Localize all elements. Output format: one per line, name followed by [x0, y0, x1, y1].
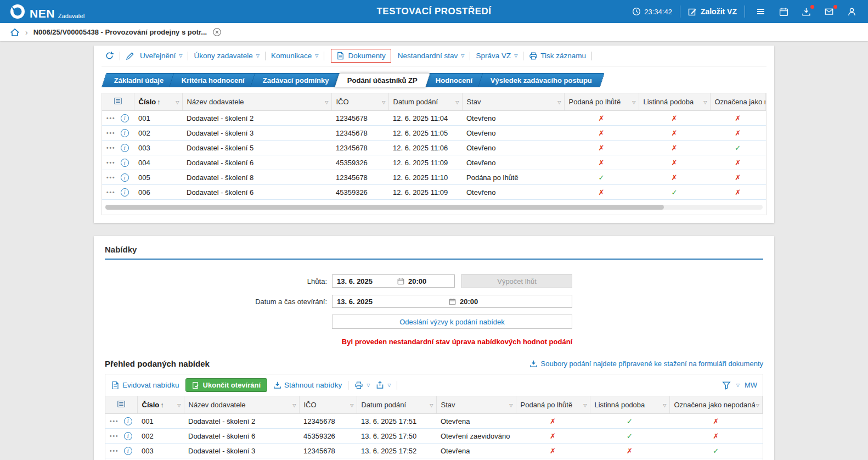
- filter-caret-icon[interactable]: ▽: [455, 99, 459, 104]
- info-icon[interactable]: i: [124, 417, 132, 425]
- view-selector[interactable]: MW: [745, 381, 757, 389]
- table-row[interactable]: •••i002Dodavatel - školení 64535932613. …: [105, 429, 763, 444]
- column-settings-header[interactable]: [102, 93, 134, 111]
- toolbar-item-nestandardni-stav[interactable]: Nestandardní stav▽: [398, 52, 465, 60]
- table-row[interactable]: •••i003Dodavatel - školení 31234567813. …: [105, 444, 763, 458]
- column-header-po-lhute[interactable]: Podaná po lhůtě▽: [564, 93, 639, 111]
- info-icon[interactable]: i: [121, 188, 129, 197]
- column-header-nazev[interactable]: Název dodavatele▽: [182, 93, 331, 111]
- toolbar-item-komunikace[interactable]: Komunikace▽: [271, 52, 318, 60]
- row-menu-icon[interactable]: •••: [110, 448, 119, 454]
- profile-button[interactable]: [844, 7, 859, 16]
- filter-caret-icon[interactable]: ▽: [177, 402, 181, 407]
- deadline-date-value[interactable]: 13. 6. 2025: [332, 277, 397, 285]
- tab-zakladni-udaje[interactable]: Základní údaje: [102, 73, 177, 87]
- breadcrumb-record[interactable]: N006/25/V00005438 - Provozování prodejny…: [33, 28, 207, 36]
- table-row[interactable]: •••i001Dodavatel - školení 21234567812. …: [102, 111, 766, 126]
- table-row[interactable]: •••i004Dodavatel - školení 64535932613. …: [105, 458, 763, 460]
- table-row[interactable]: •••i004Dodavatel - školení 64535932612. …: [102, 155, 766, 170]
- column-header-nepodana[interactable]: Označena jako nep: [710, 93, 766, 111]
- scrollbar-thumb[interactable]: [105, 205, 664, 210]
- column-header-ico[interactable]: IČO▽: [331, 93, 388, 111]
- column-settings-header[interactable]: [105, 396, 137, 414]
- filter-caret-icon[interactable]: ▽: [583, 402, 587, 407]
- column-header-stav[interactable]: Stav▽: [436, 396, 516, 414]
- history-button[interactable]: [105, 51, 114, 60]
- filter-caret-icon[interactable]: ▽: [703, 99, 707, 104]
- row-menu-icon[interactable]: •••: [106, 189, 116, 195]
- close-record-icon[interactable]: [212, 27, 222, 37]
- toolbar-item-uverejneni[interactable]: Uveřejnění▽: [140, 52, 182, 60]
- column-header-stav[interactable]: Stav▽: [462, 93, 564, 111]
- row-menu-icon[interactable]: •••: [106, 160, 116, 166]
- filter-caret-icon[interactable]: ▽: [557, 99, 561, 104]
- filter-caret-icon[interactable]: ▽: [430, 402, 433, 407]
- filter-caret-icon[interactable]: ▽: [382, 99, 385, 104]
- column-header-listinna[interactable]: Listinná podoba▽: [590, 396, 669, 414]
- brand[interactable]: NEN Zadavatel: [9, 3, 84, 20]
- home-icon[interactable]: [10, 27, 20, 37]
- row-menu-icon[interactable]: •••: [110, 433, 119, 439]
- row-menu-icon[interactable]: •••: [106, 115, 116, 121]
- column-header-datum[interactable]: Datum podání▽: [388, 93, 462, 111]
- create-vz-button[interactable]: Založit VZ: [688, 7, 737, 16]
- tab-podani-ucastniku-zp[interactable]: Podání účastníků ZP: [335, 73, 430, 87]
- filter-caret-icon[interactable]: ▽: [756, 402, 759, 407]
- info-icon[interactable]: i: [121, 144, 129, 152]
- evidovat-nabidku-button[interactable]: Evidovat nabídku: [111, 381, 179, 390]
- column-header-cislo[interactable]: Číslo↑▽: [134, 93, 182, 111]
- info-icon[interactable]: i: [124, 447, 132, 455]
- row-menu-icon[interactable]: •••: [110, 418, 119, 424]
- column-header-po-lhute[interactable]: Podaná po lhůtě▽: [516, 396, 590, 414]
- opening-time-value[interactable]: 20:00: [460, 298, 478, 306]
- calendar-icon[interactable]: [397, 278, 404, 285]
- row-menu-icon[interactable]: •••: [106, 175, 116, 181]
- edit-button[interactable]: [126, 52, 134, 60]
- opening-datetime-field[interactable]: 13. 6. 2025 20:00: [332, 295, 572, 308]
- horizontal-scrollbar[interactable]: [105, 205, 763, 210]
- filter-caret-icon[interactable]: ▽: [663, 402, 666, 407]
- table-row[interactable]: •••i002Dodavatel - školení 31234567812. …: [102, 126, 766, 141]
- filter-caret-icon[interactable]: ▽: [292, 402, 296, 407]
- table-row[interactable]: •••i006Dodavatel - školení 64535932612. …: [102, 185, 766, 200]
- deadline-time-value[interactable]: 20:00: [408, 277, 426, 285]
- menu-button[interactable]: [753, 7, 769, 16]
- filter-caret-icon[interactable]: ▽: [176, 99, 179, 104]
- filter-caret-icon[interactable]: ▽: [632, 99, 635, 104]
- toolbar-item-dokumenty[interactable]: Dokumenty: [348, 52, 385, 60]
- column-header-nepodana[interactable]: Označena jako nepodaná▽: [669, 396, 763, 414]
- info-icon[interactable]: i: [121, 159, 129, 167]
- info-icon[interactable]: i: [121, 129, 129, 137]
- table-row[interactable]: •••i001Dodavatel - školení 21234567813. …: [105, 414, 763, 429]
- column-header-nazev[interactable]: Název dodavatele▽: [184, 396, 299, 414]
- print-grid-button[interactable]: ▽: [354, 381, 370, 390]
- calendar-button[interactable]: [776, 7, 791, 16]
- column-header-datum[interactable]: Datum podání▽: [357, 396, 436, 414]
- submission-files-link[interactable]: Soubory podání najdete připravené ke sta…: [529, 360, 763, 368]
- messages-button[interactable]: [821, 7, 837, 16]
- stahnout-nabidky-button[interactable]: Stáhnout nabídky: [273, 381, 342, 389]
- downloads-button[interactable]: [799, 7, 814, 16]
- toolbar-item-ukony-zadavatele[interactable]: Úkony zadavatele▽: [194, 52, 259, 60]
- filter-caret-icon[interactable]: ▽: [325, 99, 328, 104]
- table-row[interactable]: •••i005Dodavatel - školení 81234567812. …: [102, 170, 766, 185]
- chevron-down-icon[interactable]: ▽: [736, 383, 740, 388]
- deadline-datetime-field[interactable]: 13. 6. 2025 20:00: [332, 274, 455, 288]
- export-grid-button[interactable]: ▽: [376, 381, 391, 389]
- opening-date-value[interactable]: 13. 6. 2025: [332, 298, 449, 306]
- column-header-cislo[interactable]: Číslo↑▽: [137, 396, 184, 414]
- row-menu-icon[interactable]: •••: [106, 130, 116, 136]
- column-header-ico[interactable]: IČO▽: [299, 396, 357, 414]
- toolbar-item-tisk-zaznamu[interactable]: Tisk záznamu: [529, 52, 586, 60]
- table-row[interactable]: •••i003Dodavatel - školení 51234567812. …: [102, 141, 766, 155]
- info-icon[interactable]: i: [124, 432, 132, 440]
- info-icon[interactable]: i: [121, 173, 129, 182]
- filter-caret-icon[interactable]: ▽: [509, 402, 512, 407]
- tab-hodnoceni[interactable]: Hodnocení: [422, 73, 485, 87]
- row-menu-icon[interactable]: •••: [106, 145, 116, 151]
- column-header-listinna[interactable]: Listinná podoba▽: [639, 93, 710, 111]
- compute-deadlines-button[interactable]: Výpočet lhůt: [461, 274, 572, 288]
- calendar-icon[interactable]: [449, 298, 456, 305]
- tab-zadavaci-podminky[interactable]: Zadávací podmínky: [250, 73, 342, 87]
- tab-vysledek-zadavaciho-postupu[interactable]: Výsledek zadávacího postupu: [478, 73, 605, 87]
